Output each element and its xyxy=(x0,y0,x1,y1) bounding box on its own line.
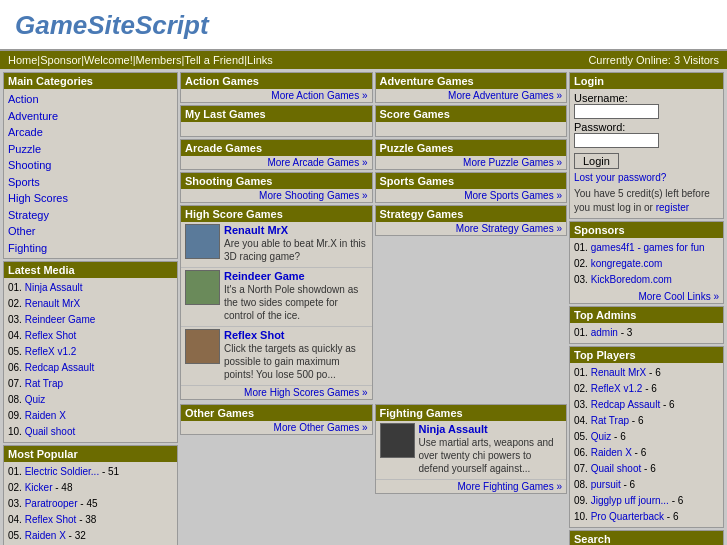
list-item: 04. Reflex Shot - 38 xyxy=(8,512,173,528)
nav-members[interactable]: Members xyxy=(136,54,182,66)
media-item-5[interactable]: RefleX v1.2 xyxy=(25,346,77,357)
sports-games-header: Sports Games xyxy=(376,173,567,189)
cat-puzzle[interactable]: Puzzle xyxy=(8,141,173,158)
most-popular-section: Most Popular 01. Electric Soldier... - 5… xyxy=(3,445,178,545)
game-item-reflex: Reflex Shot Click the targets as quickly… xyxy=(181,327,372,386)
more-adventure-games[interactable]: More Adventure Games » xyxy=(376,89,567,102)
media-item-2[interactable]: Renault MrX xyxy=(25,298,81,309)
player-1[interactable]: Renault MrX xyxy=(591,367,647,378)
list-item: 01. Renault MrX - 6 xyxy=(574,365,719,381)
player-6[interactable]: Raiden X xyxy=(591,447,632,458)
list-item: 03. Paratrooper - 45 xyxy=(8,496,173,512)
cat-other[interactable]: Other xyxy=(8,223,173,240)
sponsor-3[interactable]: KickBoredom.com xyxy=(591,274,672,285)
game-thumb-ninja xyxy=(380,423,415,458)
game-item-reindeer: Reindeer Game It's a North Pole showdown… xyxy=(181,268,372,327)
login-form: Username: Password: Login Lost your pass… xyxy=(570,89,723,218)
media-item-6[interactable]: Redcap Assault xyxy=(25,362,95,373)
shooting-games-header: Shooting Games xyxy=(181,173,372,189)
list-item: 10. Pro Quarterback - 6 xyxy=(574,509,719,525)
more-arcade-games[interactable]: More Arcade Games » xyxy=(181,156,372,169)
popular-item-3[interactable]: Paratrooper xyxy=(25,498,78,509)
game-link-reflex[interactable]: Reflex Shot xyxy=(224,329,285,341)
player-8[interactable]: pursuit xyxy=(591,479,621,490)
cat-sports[interactable]: Sports xyxy=(8,174,173,191)
search-header: Search xyxy=(570,531,723,545)
cat-arcade[interactable]: Arcade xyxy=(8,124,173,141)
most-popular-list: 01. Electric Soldier... - 51 02. Kicker … xyxy=(4,462,177,545)
player-4[interactable]: Rat Trap xyxy=(591,415,629,426)
game-link-reindeer[interactable]: Reindeer Game xyxy=(224,270,305,282)
sponsor-1[interactable]: games4f1 - games for fun xyxy=(591,242,705,253)
game-desc-ninja: Use martial arts, weapons and over twent… xyxy=(419,436,563,475)
more-shooting-games[interactable]: More Shooting Games » xyxy=(181,189,372,202)
admin-1[interactable]: admin xyxy=(591,327,618,338)
media-item-9[interactable]: Raiden X xyxy=(25,410,66,421)
game-link-renault[interactable]: Renault MrX xyxy=(224,224,288,236)
list-item: 09. Jigglyp uff journ... - 6 xyxy=(574,493,719,509)
nav-sponsor[interactable]: Sponsor xyxy=(40,54,81,66)
cat-adventure[interactable]: Adventure xyxy=(8,108,173,125)
media-item-8[interactable]: Quiz xyxy=(25,394,46,405)
player-7[interactable]: Quail shoot xyxy=(591,463,642,474)
high-score-games-section: High Score Games Renault MrX Are you abl… xyxy=(180,205,373,400)
more-sports-games[interactable]: More Sports Games » xyxy=(376,189,567,202)
nav-links: Home | Sponsor | Welcome! | Members | Te… xyxy=(8,54,273,66)
site-title: GameSiteScript xyxy=(15,10,712,41)
popular-item-5[interactable]: Raiden X xyxy=(25,530,66,541)
password-input[interactable] xyxy=(574,133,659,148)
media-item-1[interactable]: Ninja Assault xyxy=(25,282,83,293)
more-action-games[interactable]: More Action Games » xyxy=(181,89,372,102)
cat-high-scores[interactable]: High Scores xyxy=(8,190,173,207)
more-other-games[interactable]: More Other Games » xyxy=(181,421,372,434)
lost-password-link[interactable]: Lost your password? xyxy=(574,172,666,183)
popular-item-4[interactable]: Reflex Shot xyxy=(25,514,77,525)
login-credit-msg: You have 5 credit(s) left before you mus… xyxy=(574,187,719,215)
nav-welcome[interactable]: Welcome! xyxy=(84,54,133,66)
more-high-scores[interactable]: More High Scores Games » xyxy=(181,386,372,399)
other-games-section: Other Games More Other Games » xyxy=(180,404,373,435)
top-players-header: Top Players xyxy=(570,347,723,363)
sponsors-header: Sponsors xyxy=(570,222,723,238)
username-input[interactable] xyxy=(574,104,659,119)
list-item: 08. Quiz xyxy=(8,392,173,408)
media-item-10[interactable]: Quail shoot xyxy=(25,426,76,437)
cat-fighting[interactable]: Fighting xyxy=(8,240,173,257)
media-item-4[interactable]: Reflex Shot xyxy=(25,330,77,341)
player-5[interactable]: Quiz xyxy=(591,431,612,442)
nav-home[interactable]: Home xyxy=(8,54,37,66)
cat-shooting[interactable]: Shooting xyxy=(8,157,173,174)
more-fighting-games[interactable]: More Fighting Games » xyxy=(376,480,567,493)
player-9[interactable]: Jigglyp uff journ... xyxy=(591,495,669,506)
sponsor-2[interactable]: kongregate.com xyxy=(591,258,663,269)
media-item-7[interactable]: Rat Trap xyxy=(25,378,63,389)
nav-links-link[interactable]: Links xyxy=(247,54,273,66)
password-row: Password: xyxy=(574,121,719,148)
player-3[interactable]: Redcap Assault xyxy=(591,399,661,410)
register-link[interactable]: register xyxy=(656,202,689,213)
list-item: 09. Raiden X xyxy=(8,408,173,424)
list-item: 01. Electric Soldier... - 51 xyxy=(8,464,173,480)
cat-strategy[interactable]: Strategy xyxy=(8,207,173,224)
more-strategy-games[interactable]: More Strategy Games » xyxy=(376,222,567,235)
list-item: 06. Redcap Assault xyxy=(8,360,173,376)
media-item-3[interactable]: Reindeer Game xyxy=(25,314,96,325)
popular-item-1[interactable]: Electric Soldier... xyxy=(25,466,99,477)
top-admins-header: Top Admins xyxy=(570,307,723,323)
player-2[interactable]: RefleX v1.2 xyxy=(591,383,643,394)
more-puzzle-games[interactable]: More Puzzle Games » xyxy=(376,156,567,169)
popular-item-2[interactable]: Kicker xyxy=(25,482,53,493)
top-admins-list: 01. admin - 3 xyxy=(570,323,723,343)
list-item: 03. KickBoredom.com xyxy=(574,272,719,288)
player-10[interactable]: Pro Quarterback xyxy=(591,511,664,522)
top-players-list: 01. Renault MrX - 6 02. RefleX v1.2 - 6 … xyxy=(570,363,723,527)
more-cool-links[interactable]: More Cool Links » xyxy=(570,290,723,303)
nav-tell-friend[interactable]: Tell a Friend xyxy=(184,54,244,66)
game-link-ninja[interactable]: Ninja Assault xyxy=(419,423,488,435)
username-label: Username: xyxy=(574,92,632,104)
cat-action[interactable]: Action xyxy=(8,91,173,108)
most-popular-header: Most Popular xyxy=(4,446,177,462)
action-games-header: Action Games xyxy=(181,73,372,89)
game-desc-reindeer: It's a North Pole showdown as the two si… xyxy=(224,283,368,322)
login-button[interactable]: Login xyxy=(574,153,619,169)
